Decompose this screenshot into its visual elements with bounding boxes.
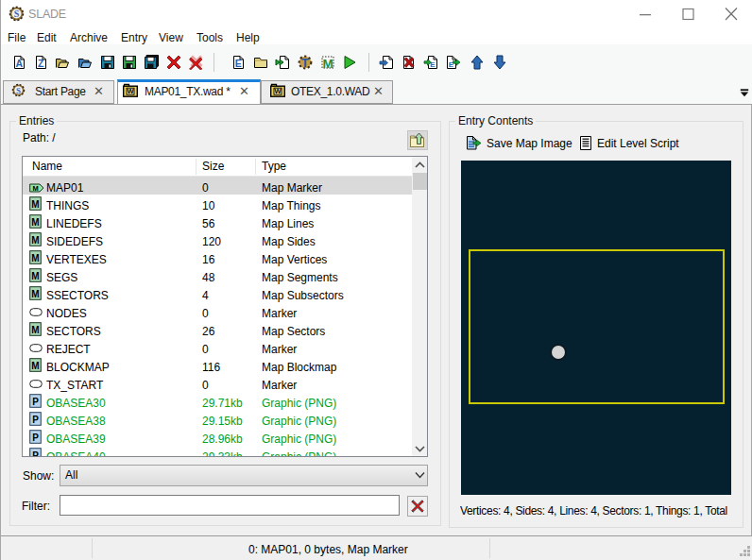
svg-text:M: M (31, 199, 39, 210)
svg-text:M: M (31, 253, 39, 263)
svg-text:W: W (127, 87, 134, 95)
svg-text:M: M (31, 271, 39, 281)
svg-text:P: P (32, 415, 39, 425)
svg-text:T: T (301, 56, 309, 70)
svg-text:M: M (31, 361, 39, 371)
svg-text:M: M (31, 235, 39, 246)
svg-text:E: E (235, 58, 242, 69)
svg-text:Z: Z (38, 58, 44, 69)
svg-text:M: M (32, 184, 38, 193)
svg-text:M: M (31, 325, 39, 335)
svg-text:A: A (15, 58, 23, 69)
svg-text:P: P (32, 397, 39, 407)
svg-text:M: M (31, 289, 39, 299)
svg-text:P: P (32, 450, 39, 458)
svg-text:E: E (430, 60, 436, 69)
svg-text:P: P (32, 433, 39, 443)
svg-text:M: M (31, 217, 39, 228)
svg-text:S: S (14, 8, 20, 19)
svg-text:S: S (16, 86, 21, 95)
svg-text:M: M (322, 57, 333, 71)
svg-text:W: W (274, 87, 282, 95)
